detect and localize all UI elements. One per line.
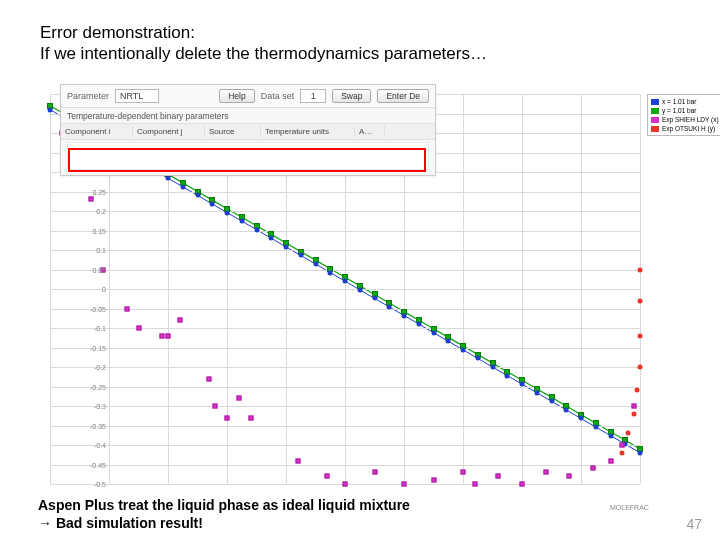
data-point — [207, 376, 212, 381]
y-tick: 0.05 — [84, 266, 106, 273]
data-point — [284, 244, 289, 249]
data-point — [195, 193, 200, 198]
legend-swatch-magenta — [651, 117, 659, 123]
col-temp-units: Temperature units — [261, 126, 355, 137]
parameter-select[interactable]: NRTL — [115, 89, 159, 103]
data-point — [343, 482, 348, 487]
aspen-column-headers: Component i Component j Source Temperatu… — [61, 124, 435, 140]
data-point — [635, 388, 640, 393]
data-point — [124, 306, 129, 311]
col-source: Source — [205, 126, 261, 137]
y-tick: -0.35 — [84, 422, 106, 429]
data-point — [490, 365, 495, 370]
y-tick: -0.15 — [84, 344, 106, 351]
data-point — [632, 404, 637, 409]
data-point — [328, 270, 333, 275]
data-point — [461, 347, 466, 352]
legend-swatch-green — [651, 108, 659, 114]
data-point — [626, 431, 631, 436]
y-tick: -0.4 — [84, 442, 106, 449]
legend-swatch-red — [651, 126, 659, 132]
data-point — [166, 333, 171, 338]
y-tick: 0.25 — [84, 188, 106, 195]
y-tick: -0.5 — [84, 481, 106, 488]
dataset-label: Data set — [261, 91, 295, 101]
y-tick: -0.2 — [84, 364, 106, 371]
legend-item: y = 1.01 bar — [651, 106, 720, 115]
legend-swatch-blue — [651, 99, 659, 105]
data-point — [269, 236, 274, 241]
data-point — [210, 201, 215, 206]
data-point — [431, 330, 436, 335]
y-tick: -0.05 — [84, 305, 106, 312]
data-point — [520, 482, 525, 487]
data-point — [564, 407, 569, 412]
data-point — [402, 313, 407, 318]
data-point — [620, 450, 625, 455]
data-point — [549, 399, 554, 404]
data-point — [461, 470, 466, 475]
data-point — [579, 416, 584, 421]
data-point — [496, 474, 501, 479]
data-point — [632, 411, 637, 416]
data-point — [431, 478, 436, 483]
data-point — [225, 210, 230, 215]
data-point — [638, 450, 643, 455]
data-point — [520, 382, 525, 387]
deleted-params-highlight — [68, 148, 426, 172]
data-point — [213, 404, 218, 409]
data-point — [239, 219, 244, 224]
data-point — [567, 474, 572, 479]
data-point — [136, 326, 141, 331]
data-point — [225, 415, 230, 420]
parameter-label: Parameter — [67, 91, 109, 101]
data-point — [254, 227, 259, 232]
data-point — [357, 287, 362, 292]
data-point — [372, 470, 377, 475]
data-point — [343, 279, 348, 284]
data-point — [543, 470, 548, 475]
col-a: A… — [355, 126, 385, 137]
data-point — [638, 267, 643, 272]
data-point — [298, 253, 303, 258]
data-point — [638, 333, 643, 338]
data-point — [313, 262, 318, 267]
data-point — [620, 443, 625, 448]
data-point — [608, 458, 613, 463]
data-point — [638, 298, 643, 303]
col-component-j: Component j — [133, 126, 205, 137]
title-line-1: Error demonstration: — [40, 22, 487, 43]
y-tick: 0.2 — [84, 208, 106, 215]
data-point — [402, 482, 407, 487]
slide-number: 47 — [686, 516, 702, 532]
y-tick: -0.1 — [84, 325, 106, 332]
legend-item: Exp OTSUKI H (y) — [651, 124, 720, 133]
data-point — [416, 322, 421, 327]
data-point — [248, 415, 253, 420]
swap-button[interactable]: Swap — [332, 89, 371, 103]
caption: Aspen Plus treat the liquid phase as ide… — [38, 497, 410, 532]
data-point — [48, 107, 53, 112]
data-point — [166, 176, 171, 181]
y-tick: -0.3 — [84, 403, 106, 410]
data-point — [534, 390, 539, 395]
data-point — [505, 373, 510, 378]
dataset-input[interactable]: 1 — [300, 89, 326, 103]
col-component-i: Component i — [61, 126, 133, 137]
y-tick: 0.1 — [84, 247, 106, 254]
data-point — [472, 482, 477, 487]
data-point — [638, 365, 643, 370]
enter-de-button[interactable]: Enter De — [377, 89, 429, 103]
data-point — [236, 396, 241, 401]
data-point — [446, 339, 451, 344]
data-point — [180, 184, 185, 189]
y-tick: 0.15 — [84, 227, 106, 234]
aspen-section-header: Temperature-dependent binary parameters — [61, 108, 435, 124]
data-point — [590, 466, 595, 471]
help-button[interactable]: Help — [219, 89, 254, 103]
data-point — [89, 197, 94, 202]
data-point — [608, 433, 613, 438]
legend-item: x = 1.01 bar — [651, 97, 720, 106]
legend: x = 1.01 bar y = 1.01 bar Exp SHIEH LDY … — [647, 94, 720, 136]
data-point — [387, 304, 392, 309]
